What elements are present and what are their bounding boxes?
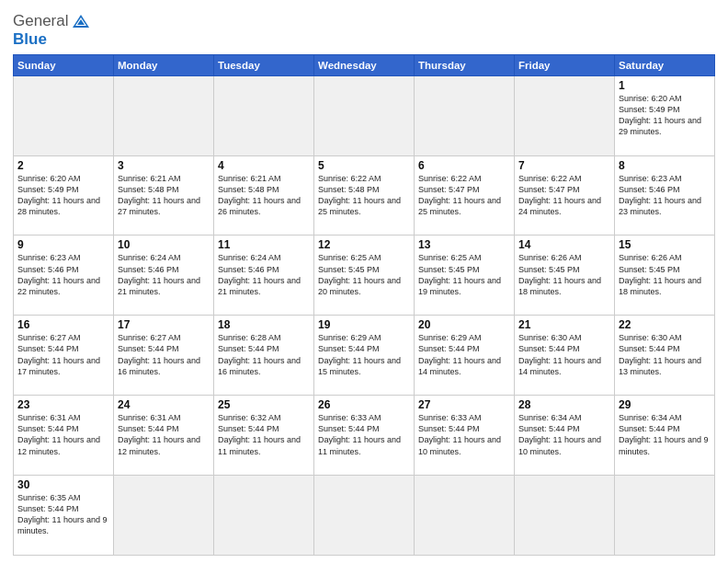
table-row: 14Sunrise: 6:26 AM Sunset: 5:45 PM Dayli… [515,236,615,316]
day-info: Sunrise: 6:33 AM Sunset: 5:44 PM Dayligh… [418,412,510,457]
table-row: 16Sunrise: 6:27 AM Sunset: 5:44 PM Dayli… [14,316,114,396]
table-row: 25Sunrise: 6:32 AM Sunset: 5:44 PM Dayli… [214,396,314,476]
day-number: 5 [318,159,410,172]
table-row: 27Sunrise: 6:33 AM Sunset: 5:44 PM Dayli… [415,396,515,476]
calendar-week-row: 1Sunrise: 6:20 AM Sunset: 5:49 PM Daylig… [14,75,715,155]
table-row: 11Sunrise: 6:24 AM Sunset: 5:46 PM Dayli… [214,236,314,316]
table-row: 8Sunrise: 6:23 AM Sunset: 5:46 PM Daylig… [615,155,715,236]
day-info: Sunrise: 6:35 AM Sunset: 5:44 PM Dayligh… [17,492,109,537]
table-row: 13Sunrise: 6:25 AM Sunset: 5:45 PM Dayli… [415,236,515,316]
day-number: 11 [218,238,310,251]
logo: General Blue [13,9,91,49]
table-row: 19Sunrise: 6:29 AM Sunset: 5:44 PM Dayli… [314,316,415,396]
table-row [214,75,314,155]
day-info: Sunrise: 6:31 AM Sunset: 5:44 PM Dayligh… [17,412,109,457]
day-number: 29 [619,398,711,411]
day-info: Sunrise: 6:20 AM Sunset: 5:49 PM Dayligh… [619,93,711,138]
table-row [114,75,214,155]
calendar-week-row: 9Sunrise: 6:23 AM Sunset: 5:46 PM Daylig… [14,236,715,316]
table-row: 12Sunrise: 6:25 AM Sunset: 5:45 PM Dayli… [314,236,415,316]
day-number: 18 [218,318,310,331]
day-number: 2 [17,159,109,172]
table-row [214,476,314,556]
table-row: 29Sunrise: 6:34 AM Sunset: 5:44 PM Dayli… [615,396,715,476]
table-row: 21Sunrise: 6:30 AM Sunset: 5:44 PM Dayli… [515,316,615,396]
table-row: 3Sunrise: 6:21 AM Sunset: 5:48 PM Daylig… [114,155,214,236]
table-row [114,476,214,556]
table-row: 1Sunrise: 6:20 AM Sunset: 5:49 PM Daylig… [615,75,715,155]
day-info: Sunrise: 6:33 AM Sunset: 5:44 PM Dayligh… [318,412,410,457]
day-info: Sunrise: 6:22 AM Sunset: 5:48 PM Dayligh… [318,173,410,218]
day-info: Sunrise: 6:23 AM Sunset: 5:46 PM Dayligh… [619,173,711,218]
table-row: 10Sunrise: 6:24 AM Sunset: 5:46 PM Dayli… [114,236,214,316]
calendar-week-row: 23Sunrise: 6:31 AM Sunset: 5:44 PM Dayli… [14,396,715,476]
table-row: 23Sunrise: 6:31 AM Sunset: 5:44 PM Dayli… [14,396,114,476]
day-info: Sunrise: 6:34 AM Sunset: 5:44 PM Dayligh… [619,412,711,457]
day-info: Sunrise: 6:29 AM Sunset: 5:44 PM Dayligh… [318,332,410,377]
day-number: 16 [17,318,109,331]
day-info: Sunrise: 6:27 AM Sunset: 5:44 PM Dayligh… [17,332,109,377]
day-number: 7 [518,159,610,172]
col-wednesday: Wednesday [314,54,415,75]
day-number: 3 [118,159,210,172]
calendar-week-row: 16Sunrise: 6:27 AM Sunset: 5:44 PM Dayli… [14,316,715,396]
day-info: Sunrise: 6:26 AM Sunset: 5:45 PM Dayligh… [619,252,711,297]
table-row [314,476,415,556]
day-number: 4 [218,159,310,172]
table-row: 9Sunrise: 6:23 AM Sunset: 5:46 PM Daylig… [14,236,114,316]
day-number: 23 [17,398,109,411]
logo-general-text: General [13,13,68,30]
day-number: 14 [518,238,610,251]
day-number: 28 [518,398,610,411]
col-monday: Monday [114,54,214,75]
table-row: 24Sunrise: 6:31 AM Sunset: 5:44 PM Dayli… [114,396,214,476]
day-number: 19 [318,318,410,331]
day-info: Sunrise: 6:28 AM Sunset: 5:44 PM Dayligh… [218,332,310,377]
col-sunday: Sunday [14,54,114,75]
calendar-header-row: Sunday Monday Tuesday Wednesday Thursday… [14,54,715,75]
day-info: Sunrise: 6:32 AM Sunset: 5:44 PM Dayligh… [218,412,310,457]
table-row [515,75,615,155]
table-row: 18Sunrise: 6:28 AM Sunset: 5:44 PM Dayli… [214,316,314,396]
day-number: 15 [619,238,711,251]
day-info: Sunrise: 6:21 AM Sunset: 5:48 PM Dayligh… [118,173,210,218]
logo-icon [71,13,91,29]
day-number: 12 [318,238,410,251]
table-row [515,476,615,556]
day-info: Sunrise: 6:25 AM Sunset: 5:45 PM Dayligh… [318,252,410,297]
table-row: 2Sunrise: 6:20 AM Sunset: 5:49 PM Daylig… [14,155,114,236]
day-info: Sunrise: 6:30 AM Sunset: 5:44 PM Dayligh… [619,332,711,377]
table-row: 26Sunrise: 6:33 AM Sunset: 5:44 PM Dayli… [314,396,415,476]
day-info: Sunrise: 6:27 AM Sunset: 5:44 PM Dayligh… [118,332,210,377]
day-info: Sunrise: 6:26 AM Sunset: 5:45 PM Dayligh… [518,252,610,297]
day-number: 26 [318,398,410,411]
table-row: 6Sunrise: 6:22 AM Sunset: 5:47 PM Daylig… [415,155,515,236]
day-number: 25 [218,398,310,411]
col-thursday: Thursday [415,54,515,75]
table-row [415,476,515,556]
day-number: 24 [118,398,210,411]
header: General Blue [13,9,715,49]
table-row: 15Sunrise: 6:26 AM Sunset: 5:45 PM Dayli… [615,236,715,316]
col-tuesday: Tuesday [214,54,314,75]
day-number: 8 [619,159,711,172]
table-row [415,75,515,155]
day-number: 20 [418,318,510,331]
day-info: Sunrise: 6:24 AM Sunset: 5:46 PM Dayligh… [118,252,210,297]
table-row [615,476,715,556]
table-row: 28Sunrise: 6:34 AM Sunset: 5:44 PM Dayli… [515,396,615,476]
day-info: Sunrise: 6:29 AM Sunset: 5:44 PM Dayligh… [418,332,510,377]
day-number: 22 [619,318,711,331]
table-row: 5Sunrise: 6:22 AM Sunset: 5:48 PM Daylig… [314,155,415,236]
col-saturday: Saturday [615,54,715,75]
day-info: Sunrise: 6:34 AM Sunset: 5:44 PM Dayligh… [518,412,610,457]
table-row: 4Sunrise: 6:21 AM Sunset: 5:48 PM Daylig… [214,155,314,236]
day-number: 21 [518,318,610,331]
day-info: Sunrise: 6:25 AM Sunset: 5:45 PM Dayligh… [418,252,510,297]
table-row: 20Sunrise: 6:29 AM Sunset: 5:44 PM Dayli… [415,316,515,396]
day-number: 10 [118,238,210,251]
table-row: 17Sunrise: 6:27 AM Sunset: 5:44 PM Dayli… [114,316,214,396]
col-friday: Friday [515,54,615,75]
calendar-week-row: 2Sunrise: 6:20 AM Sunset: 5:49 PM Daylig… [14,155,715,236]
logo-text: General [13,13,91,30]
